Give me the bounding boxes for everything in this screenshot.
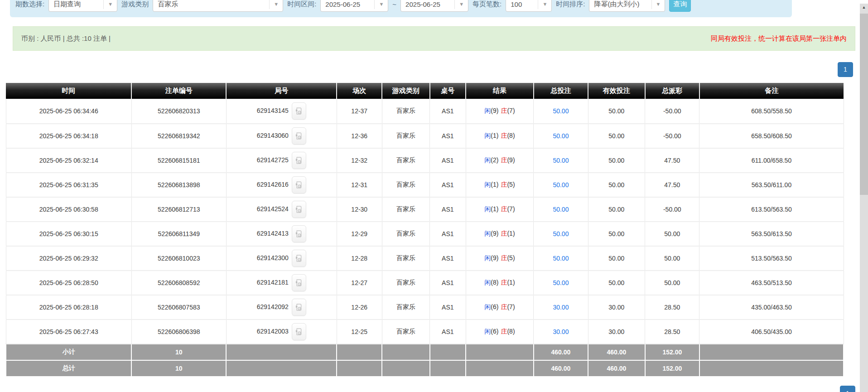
total-session-cell [337,360,382,377]
total-bet-link[interactable]: 50.00 [553,132,569,140]
sort-order-label: 时间排序: [556,0,585,9]
column-header: 总派彩 [645,83,699,99]
result-cell: 闲(1)庄(8) [466,124,534,148]
pagination-bottom-page-1[interactable]: 1 [840,386,855,392]
page-size-select[interactable]: 100 ▼ [506,0,552,12]
result-banker-label: 庄 [501,230,507,237]
bet-table-body: 2025-06-25 06:34:46522606820313629143145… [6,99,844,377]
video-replay-button[interactable] [292,152,306,169]
video-replay-button[interactable] [292,225,306,242]
date-to-value: 2025-06-25 [405,0,452,8]
table-row: 2025-06-25 06:30:58522606812713629142524… [6,197,844,222]
result-player-label: 闲 [484,107,491,114]
date-to-select[interactable]: 2025-06-25 ▼ [400,0,468,12]
round-cell: 629142003 [226,319,337,344]
search-button[interactable]: 查询 [669,0,691,12]
total-bet-link[interactable]: 50.00 [553,230,569,237]
bet-time-cell: 2025-06-25 06:34:18 [6,124,131,148]
result-banker-label: 庄 [501,181,507,188]
session-cell: 12-32 [337,148,382,173]
pagination-page-1[interactable]: 1 [838,62,853,77]
result-banker-label: 庄 [501,107,507,114]
game-type-select-value: 百家乐 [158,0,266,9]
table-number-cell: AS1 [430,295,466,319]
round-number: 629142725 [257,156,289,163]
period-select[interactable]: 日期查询 ▼ [48,0,117,12]
table-row: 2025-06-25 06:34:46522606820313629143145… [6,99,844,124]
subtotal-valid-bet-cell: 460.00 [588,344,645,360]
video-replay-button[interactable] [292,250,306,267]
video-replay-button[interactable] [292,201,306,218]
total-bet-link[interactable]: 50.00 [553,255,569,262]
session-cell: 12-28 [337,246,382,271]
total-bet-link[interactable]: 50.00 [553,181,569,189]
total-bet-cell: 30.00 [534,295,588,319]
round-number: 629143060 [257,131,289,139]
bet-id-cell: 522606815181 [131,148,226,173]
valid-bet-cell: 50.00 [588,173,645,197]
result-banker-number: (7) [507,303,515,310]
video-replay-button[interactable] [292,127,306,145]
total-bet-cell: 50.00 [534,124,588,148]
valid-bet-cell: 50.00 [588,197,645,222]
result-player-number: (1) [491,205,498,213]
subtotal-game-cell [382,344,429,360]
total-bet-link[interactable]: 50.00 [553,107,569,115]
bet-id-cell: 522606813898 [131,173,226,197]
table-row: 2025-06-25 06:27:43522606806398629142003… [6,319,844,344]
table-number-cell: AS1 [430,148,466,173]
total-round-cell [226,360,337,377]
result-banker-number: (8) [507,132,515,139]
result-banker-number: (7) [507,205,515,213]
period-select-value: 日期查询 [53,0,101,9]
video-replay-button[interactable] [292,102,306,120]
subtotal-total-bet-cell: 460.00 [534,344,588,360]
sort-order-select[interactable]: 降幂(由大到小) ▼ [589,0,665,12]
video-replay-button[interactable] [292,323,306,340]
payout-cell: 28.50 [645,295,699,319]
scroll-up-arrow-icon[interactable]: ▲ [860,4,868,11]
result-banker-number: (7) [507,107,515,114]
summary-bar: 币别 : 人民币 | 总共 :10 注单 | 同局有效投注，统一计算在该局第一张… [13,26,855,51]
bet-id-cell: 522606811349 [131,222,226,246]
chevron-down-icon: ▼ [103,0,117,9]
total-result-cell [466,360,534,377]
total-bet-cell: 50.00 [534,222,588,246]
valid-bet-cell: 50.00 [588,271,645,295]
table-number-cell: AS1 [430,124,466,148]
table-row: 2025-06-25 06:28:18522606807583629142092… [6,295,844,319]
video-replay-button[interactable] [292,299,306,316]
round-cell: 629143060 [226,124,337,148]
payout-cell: -50.00 [645,197,699,222]
scrollbar[interactable]: ▲ [860,4,868,392]
video-replay-button[interactable] [292,176,306,194]
table-number-cell: AS1 [430,246,466,271]
total-bet-link[interactable]: 30.00 [553,328,569,335]
note-cell: 608.50/558.50 [699,99,844,124]
bet-time-cell: 2025-06-25 06:27:43 [6,319,131,344]
round-number: 629142003 [257,327,289,334]
round-cell: 629142413 [226,222,337,246]
game-type-cell: 百家乐 [382,271,429,295]
bet-id-cell: 522606808592 [131,271,226,295]
result-player-number: (6) [491,328,498,335]
column-header: 有效投注 [588,83,645,99]
round-number: 629142092 [257,303,289,310]
range-separator: ~ [392,0,396,8]
total-bet-link[interactable]: 50.00 [553,279,569,286]
result-banker-label: 庄 [501,279,507,286]
scrollbar-thumb[interactable] [860,14,868,195]
date-from-select[interactable]: 2025-06-25 ▼ [320,0,388,12]
result-banker-number: (5) [507,254,515,261]
game-type-cell: 百家乐 [382,319,429,344]
game-type-select[interactable]: 百家乐 ▼ [153,0,283,12]
note-cell: 563.50/611.00 [699,173,844,197]
total-bet-link[interactable]: 30.00 [553,304,569,311]
result-banker-label: 庄 [501,303,507,310]
video-replay-button[interactable] [292,274,306,291]
total-bet-link[interactable]: 50.00 [553,157,569,164]
result-cell: 闲(1)庄(5) [466,173,534,197]
result-banker-number: (5) [507,181,515,188]
round-cell: 629142300 [226,246,337,271]
total-bet-link[interactable]: 50.00 [553,206,569,213]
